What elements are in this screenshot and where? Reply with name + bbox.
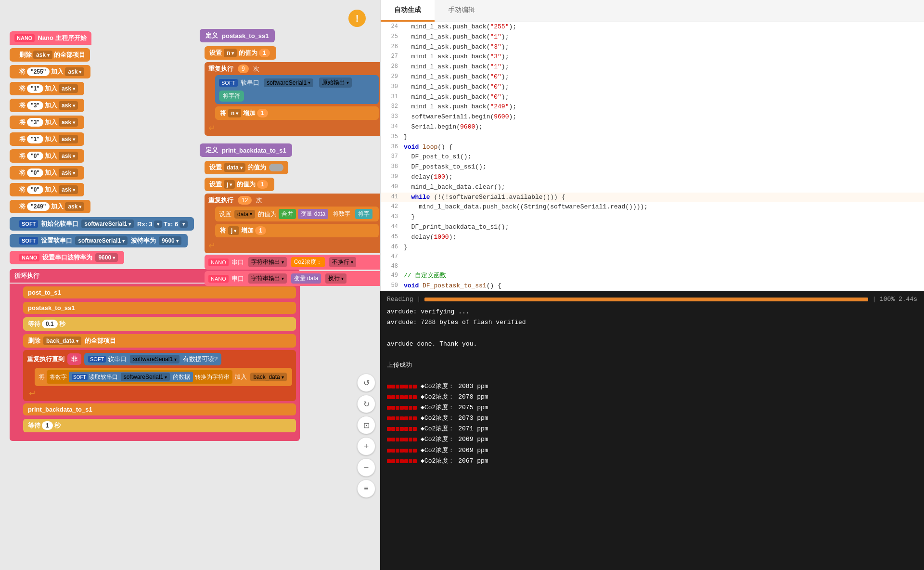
newline-dropdown-1[interactable]: 不换行 — [329, 257, 356, 267]
zoom-in-button[interactable]: + — [357, 437, 375, 455]
serial-out1-block[interactable]: NANO 串口 字符串输出 Co2浓度： 不换行 — [205, 255, 380, 270]
print-backdata-block[interactable]: print_backdata_to_s1 — [23, 403, 296, 415]
center-button[interactable]: ⊡ — [357, 416, 375, 434]
var-data-block[interactable]: 变量 data — [298, 209, 328, 219]
add-3b-block[interactable]: 将 "3" 加入 ask — [10, 116, 84, 129]
baud-dropdown-2[interactable]: 9600 — [95, 253, 118, 262]
postask-to-ss1-block[interactable]: postask_to_ss1 — [23, 302, 296, 314]
inc-n-block[interactable]: 将 n 增加 1 — [215, 106, 379, 120]
wait-1-block[interactable]: 等待 1 秒 — [23, 419, 296, 432]
serial-send-block[interactable]: SOFT 软串口 softwareSerial1 原始输出 将字符 — [215, 75, 379, 104]
co2-reading-8: ◆Co2浓度： 2067 ppm — [387, 456, 917, 466]
back-data-dropdown-2[interactable]: back_data — [250, 373, 286, 381]
n-dropdown-2[interactable]: n — [228, 109, 241, 117]
serial1-dropdown-2[interactable]: softwareSerial1 — [75, 236, 128, 245]
terminal[interactable]: Reading | | 100% 2.44s avrdude: verifyin… — [380, 291, 924, 570]
str-output-dropdown-2[interactable]: 字符串输出 — [248, 273, 287, 284]
j-dropdown-1[interactable]: j — [224, 180, 235, 189]
add-1b-block[interactable]: 将 "1" 加入 ask — [10, 132, 84, 146]
val-0c: "0" — [27, 185, 43, 194]
code-line-38: 38 DF_postask_to_ss1(); — [381, 162, 924, 172]
set-data-merge-block[interactable]: 设置 data 的值为 合并 变量 data 将数字 将字 — [215, 207, 379, 221]
set-j-block[interactable]: 设置 j 的值为 1 — [205, 178, 274, 191]
str-output-dropdown-1[interactable]: 字符串输出 — [248, 257, 287, 267]
data-dropdown-2[interactable]: data — [234, 210, 255, 219]
inc-j-val: 1 — [255, 226, 266, 235]
reset-button[interactable]: ↺ — [357, 374, 375, 392]
code-line-45: 45 delay(1000); — [381, 233, 924, 243]
add-0b-block[interactable]: 将 "0" 加入 ask — [10, 166, 84, 180]
serial-read-block[interactable]: SOFT 读取软串口 softwareSerial1 的数据 — [69, 372, 193, 382]
serial1-dropdown-4[interactable]: softwareSerial1 — [121, 373, 170, 381]
add-0c-block[interactable]: 将 "0" 加入 ask — [10, 183, 84, 196]
baud-dropdown-1[interactable]: 9600 — [159, 236, 181, 245]
newline-dropdown-2[interactable]: 换行 — [325, 273, 346, 284]
ask-dropdown-4[interactable]: ask — [59, 101, 78, 110]
ask-dropdown-1[interactable]: ask — [33, 51, 52, 59]
add-249-block[interactable]: 将 "249" 加入 ask — [10, 200, 90, 213]
serial-init-block[interactable]: SOFT 初始化软串口 softwareSerial1 Rx: 3 Tx: 6 — [10, 217, 194, 231]
code-line-46: 46 } — [381, 243, 924, 253]
serial-avail-block[interactable]: SOFT 软串口 softwareSerial1 有数据可读? — [84, 353, 221, 365]
ask-dropdown-8[interactable]: ask — [59, 168, 78, 177]
to-string-block[interactable]: 将数字 — [330, 209, 353, 219]
nano-start-block[interactable]: NANO Nano 主程序开始 — [10, 31, 91, 45]
tx-dropdown[interactable] — [180, 220, 188, 228]
set-serial-baud2-block[interactable]: NANO 设置串口波特率为 9600 — [10, 251, 124, 264]
read-data-block[interactable]: 将 将数字 SOFT 读取软串口 softwareSerial1 的数据 转换为… — [35, 368, 292, 386]
define-print-block[interactable]: 定义 print_backdata_to_s1 — [200, 143, 292, 157]
add-0a-block[interactable]: 将 "0" 加入 ask — [10, 149, 84, 163]
code-line-32: 32 mind_l_ask.push_back("249"); — [381, 102, 924, 112]
set-data-block[interactable]: 设置 data 的值为 — [205, 161, 288, 174]
output-dropdown[interactable]: 原始输出 — [319, 78, 352, 88]
merge-block[interactable]: 合并 — [279, 209, 296, 219]
add-255-block[interactable]: 将 "255" 加入 ask — [10, 65, 90, 78]
co2-val-4: 2073 ppm — [458, 413, 488, 424]
grid-button[interactable]: ≡ — [357, 479, 375, 498]
zoom-out-button[interactable]: − — [357, 458, 375, 477]
delete-back-block[interactable]: 删除 back_data 的全部项目 — [23, 334, 296, 348]
code-line-48: 48 — [381, 262, 924, 271]
warning-icon[interactable]: ! — [348, 10, 366, 27]
serial1-dropdown-3[interactable]: softwareSerial1 — [130, 355, 180, 363]
tab-manual[interactable]: 手动编辑 — [435, 0, 488, 22]
tab-auto[interactable]: 自动生成 — [381, 0, 435, 22]
j-dropdown-2[interactable]: j — [228, 226, 239, 235]
serial1-dropdown-1[interactable]: softwareSerial1 — [81, 220, 134, 228]
rx-dropdown[interactable] — [154, 220, 162, 228]
set-serial-baud-block[interactable]: SOFT 设置软串口 softwareSerial1 波特率为 9600 — [10, 234, 188, 247]
define-postask-block[interactable]: 定义 postask_to_ss1 — [200, 29, 275, 42]
post-to-s1-block[interactable]: post_to_s1 — [23, 286, 296, 298]
set-n-block[interactable]: 设置 n 的值为 1 — [205, 46, 276, 60]
serial-out2-block[interactable]: NANO 串口 字符串输出 变量 data 换行 — [205, 271, 380, 286]
ask-dropdown-6[interactable]: ask — [59, 135, 78, 143]
code-content[interactable]: 24 mind_l_ask.push_back("255"); 25 mind_… — [381, 22, 924, 291]
repeat-until-block: 重复执行直到 非 SOFT 软串口 softwareSerial1 有数据可读? — [23, 350, 296, 401]
val-1b: "1" — [27, 135, 43, 143]
code-line-42: 42 mind_l_back_data.push_back((String(so… — [381, 202, 924, 212]
redo-button[interactable]: ↻ — [357, 395, 375, 413]
add-1-block[interactable]: 将 "1" 加入 ask — [10, 82, 84, 95]
ask-dropdown-7[interactable]: ask — [59, 152, 78, 160]
ask-dropdown-5[interactable]: ask — [59, 118, 78, 127]
delete-ask-block[interactable]: 删除 ask 的全部项目 — [10, 48, 90, 62]
serial1-dropdown-5[interactable]: softwareSerial1 — [264, 78, 313, 87]
wait-01-block[interactable]: 等待 0.1 秒 — [23, 317, 296, 331]
str-block[interactable]: 将字 — [355, 209, 372, 219]
data-dropdown-1[interactable]: data — [224, 163, 245, 172]
co2-val-3: 2075 ppm — [458, 402, 488, 413]
loop-footer — [10, 435, 300, 441]
back-data-dropdown[interactable]: back_data — [43, 337, 81, 345]
inc-j-block[interactable]: 将 j 增加 1 — [215, 224, 379, 237]
not-block[interactable]: 非 — [67, 353, 81, 365]
ask-dropdown-9[interactable]: ask — [59, 185, 78, 194]
n-dropdown-1[interactable]: n — [224, 49, 237, 57]
co2-val-5: 2071 ppm — [458, 424, 488, 434]
ask-dropdown-10[interactable]: ask — [65, 202, 84, 211]
ask-dropdown-3[interactable]: ask — [59, 84, 78, 93]
repeat-9-body: SOFT 软串口 softwareSerial1 原始输出 将字符 将 n 增加… — [215, 75, 379, 121]
terminal-line-1: avrdude: verifying ... — [387, 307, 917, 317]
ask-dropdown-2[interactable]: ask — [65, 67, 84, 76]
char-value-block[interactable]: 将字符 — [219, 91, 244, 102]
add-3a-block[interactable]: 将 "3" 加入 ask — [10, 99, 84, 112]
